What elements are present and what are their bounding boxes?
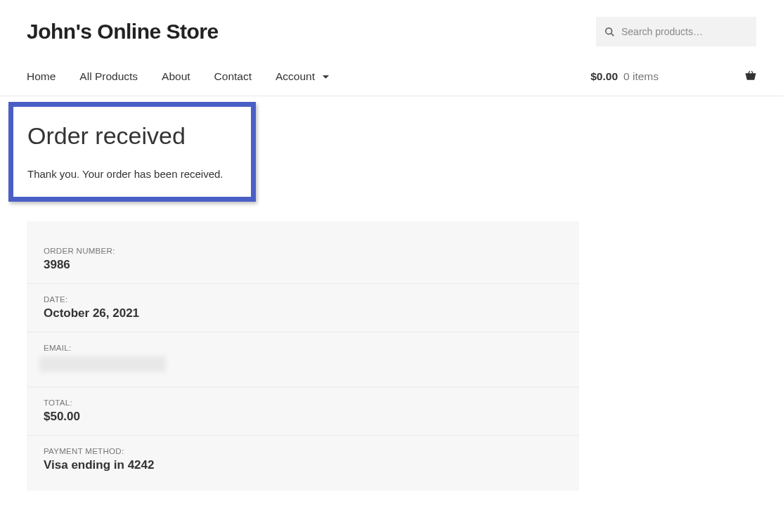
label-payment-method: PAYMENT METHOD: (44, 447, 562, 455)
row-payment-method: PAYMENT METHOD: Visa ending in 4242 (27, 436, 579, 484)
value-order-number: 3986 (44, 258, 562, 272)
thank-you-message: Thank you. Your order has been received. (27, 168, 237, 180)
label-email: EMAIL: (44, 344, 562, 352)
order-receipt: ORDER NUMBER: 3986 DATE: October 26, 202… (27, 221, 579, 491)
row-date: DATE: October 26, 2021 (27, 284, 579, 332)
site-header: John's Online Store (0, 0, 783, 60)
label-order-number: ORDER NUMBER: (44, 247, 562, 255)
cart-items-count: 0 items (623, 70, 659, 83)
page-title: Order received (27, 122, 237, 150)
row-total: TOTAL: $50.00 (27, 387, 579, 436)
row-email: EMAIL: (27, 332, 579, 387)
order-details-list: ORDER NUMBER: 3986 DATE: October 26, 202… (27, 221, 579, 491)
nav-item-account[interactable]: Account (276, 70, 330, 83)
svg-point-0 (606, 28, 612, 34)
basket-icon (745, 70, 756, 80)
nav-item-home[interactable]: Home (27, 70, 56, 83)
value-payment-method: Visa ending in 4242 (44, 458, 562, 472)
chevron-down-icon (322, 73, 330, 81)
redacted-email (39, 356, 166, 372)
nav-item-contact[interactable]: Contact (214, 70, 252, 83)
nav-list: Home All Products About Contact Account (27, 70, 330, 83)
search-wrap (596, 17, 756, 46)
svg-line-1 (611, 34, 614, 37)
search-input[interactable] (596, 17, 756, 46)
cart-amount: $0.00 (590, 70, 618, 83)
value-total: $50.00 (44, 410, 562, 424)
label-date: DATE: (44, 295, 562, 304)
cart-link[interactable]: $0.00 0 items (590, 70, 756, 83)
page-content: Order received Thank you. Your order has… (0, 102, 783, 491)
value-date: October 26, 2021 (44, 306, 562, 320)
search-icon (604, 27, 614, 37)
nav-item-about[interactable]: About (162, 70, 190, 83)
main-nav: Home All Products About Contact Account … (0, 60, 783, 96)
nav-item-all-products[interactable]: All Products (79, 70, 138, 83)
value-email (44, 355, 562, 375)
site-title[interactable]: John's Online Store (27, 20, 219, 44)
row-order-number: ORDER NUMBER: 3986 (27, 235, 579, 284)
label-total: TOTAL: (44, 398, 562, 407)
nav-item-account-label: Account (276, 70, 315, 83)
highlight-annotation-box: Order received Thank you. Your order has… (8, 102, 256, 202)
